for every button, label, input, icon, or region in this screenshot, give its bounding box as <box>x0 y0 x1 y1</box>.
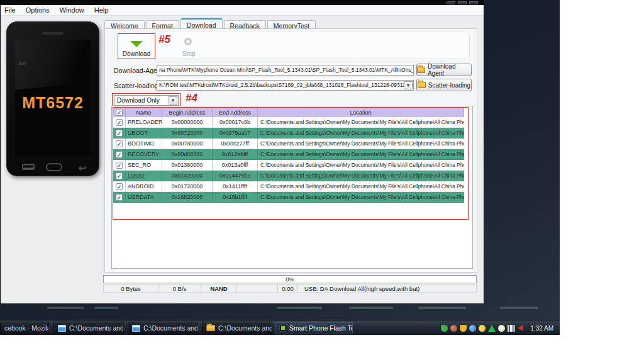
phone-chipset-label: MT6572 <box>15 94 91 112</box>
row-checkbox[interactable]: ✓ <box>116 140 123 147</box>
scatter-browse-label: Scatter-loading <box>428 82 470 89</box>
column-header-name[interactable]: Name <box>126 108 162 117</box>
row-checkbox-cell: ✓ <box>113 192 126 202</box>
partition-table-header: ✓ Name Begin Address End Address Locatio… <box>113 108 464 117</box>
table-row-preloader[interactable]: ✓PRELOADER0x000000000x00017c6bC:\Documen… <box>113 117 464 128</box>
table-row-android[interactable]: ✓ANDROID0x017200000x1411ffffC:\Documents… <box>113 181 464 192</box>
menu-window[interactable]: Window <box>60 6 84 14</box>
row-checkbox[interactable]: ✓ <box>116 194 123 201</box>
download-agent-browse-button[interactable]: Download Agent <box>416 64 472 76</box>
select-all-cell: ✓ <box>113 108 126 117</box>
cell-name: ANDROID <box>126 181 162 191</box>
background-window-artifact <box>500 307 538 309</box>
row-checkbox-cell: ✓ <box>113 160 126 170</box>
maximize-button[interactable] <box>458 1 467 4</box>
scatter-browse-button[interactable]: Scatter-loading <box>416 79 472 91</box>
phone-back-key-icon: ↩ <box>78 162 86 174</box>
status-cell-2: NAND <box>201 285 237 292</box>
cell-name: USRDATA <box>126 192 162 202</box>
row-checkbox[interactable]: ✓ <box>116 173 123 179</box>
cell-end-address: 0x00c277ff <box>213 139 258 149</box>
row-checkbox-cell: ✓ <box>113 171 126 181</box>
download-button[interactable]: Download <box>119 35 153 58</box>
stop-button[interactable]: Stop <box>176 35 201 58</box>
download-mode-dropdown[interactable]: Download Only ▼ <box>114 95 179 106</box>
taskbar-item-1[interactable]: C:\Documents and Se... <box>53 322 124 334</box>
close-button[interactable] <box>469 1 478 4</box>
taskbar-item-2[interactable]: C:\Documents and Se... <box>128 322 198 334</box>
taskbar-item-label: C:\Documents and Se... <box>218 324 272 332</box>
tray-network-icon[interactable] <box>508 325 515 332</box>
scatter-file-combobox[interactable]: K:\ROM test\MTKdroid\MTKdroid_2.5.2b\bac… <box>157 80 414 91</box>
cell-end-address: 0x0075aab7 <box>213 128 258 138</box>
cell-end-address: 0x18b1ffff <box>213 192 258 202</box>
cell-begin-address: 0x01720000 <box>162 181 213 191</box>
row-checkbox[interactable]: ✓ <box>116 119 123 126</box>
status-cell-5: USB: DA Download All(high speed,with bat… <box>298 285 476 292</box>
stop-button-label: Stop <box>176 50 201 57</box>
cell-name: LOGO <box>126 171 162 181</box>
download-agent-input[interactable]: na Phone\MTK\Myphone Ocean Mini\SP_Flash… <box>157 65 414 76</box>
tray-green-triangle-icon[interactable] <box>488 325 496 332</box>
tray-red-speaker-icon[interactable] <box>518 325 523 331</box>
cell-end-address: 0x00017c6b <box>213 117 258 127</box>
cell-name: SEC_RO <box>126 160 162 170</box>
status-cell-0: 0 Bytes <box>104 285 158 292</box>
cell-begin-address: 0x16820000 <box>162 192 213 202</box>
cell-location: C:\Documents and Settings\Owner\My Docum… <box>258 192 464 202</box>
background-window-artifact <box>277 307 322 309</box>
table-row-bootimg[interactable]: ✓BOOTIMG0x007800000x00c277ffC:\Documents… <box>113 139 464 149</box>
table-row-usrdata[interactable]: ✓USRDATA0x168200000x18b1ffffC:\Documents… <box>113 192 464 203</box>
phone-menu-key-icon <box>22 164 35 170</box>
download-button-label: Download <box>119 50 153 57</box>
column-header-begin[interactable]: Begin Address <box>162 108 213 117</box>
cell-end-address: 0x014479b3 <box>213 171 258 181</box>
cell-location: C:\Documents and Settings\Owner\My Docum… <box>258 139 464 149</box>
window-icon <box>132 325 140 332</box>
cell-begin-address: 0x01380000 <box>162 160 213 170</box>
toolbar: Download #5 Stop <box>114 33 470 59</box>
tray-red-ball-icon[interactable] <box>450 325 457 332</box>
menu-help[interactable]: Help <box>94 6 109 14</box>
tray-gold-shield-icon[interactable] <box>460 325 467 332</box>
folder-icon <box>206 325 215 331</box>
cell-begin-address: 0x01420000 <box>162 171 213 181</box>
row-checkbox[interactable]: ✓ <box>116 162 123 169</box>
table-row-logo[interactable]: ✓LOGO0x014200000x014479b3C:\Documents an… <box>113 171 464 181</box>
phone-preview: BM MT6572 ↩ <box>6 21 99 176</box>
table-row-recovery[interactable]: ✓RECOVERY0x00d800000x012b9fffC:\Document… <box>113 149 464 160</box>
row-checkbox[interactable]: ✓ <box>116 151 123 158</box>
tray-yellow-smiley-icon[interactable] <box>479 325 486 332</box>
chevron-down-icon[interactable]: ▼ <box>169 96 177 105</box>
column-header-location[interactable]: Location <box>258 108 464 117</box>
taskbar-item-4[interactable]: Smart Phone Flash To... <box>275 322 353 334</box>
table-row-uboot[interactable]: ✓UBOOT0x007200000x0075aab7C:\Documents a… <box>113 128 464 139</box>
row-checkbox[interactable]: ✓ <box>116 183 123 190</box>
select-all-checkbox[interactable]: ✓ <box>116 109 123 116</box>
partition-table-body: ✓PRELOADER0x000000000x00017c6bC:\Documen… <box>113 117 464 203</box>
table-row-sec_ro[interactable]: ✓SEC_RO0x013800000x013a0fffC:\Documents … <box>113 160 464 171</box>
chevron-down-icon[interactable]: ▼ <box>404 81 413 89</box>
column-header-end[interactable]: End Address <box>213 108 258 117</box>
tray-green-utility-icon[interactable] <box>441 325 448 332</box>
taskbar-item-0[interactable]: cebook - Mozila... <box>0 322 49 334</box>
stop-icon <box>184 38 192 45</box>
taskbar-clock: 1:32 AM <box>530 320 553 336</box>
cell-begin-address: 0x00780000 <box>162 139 213 149</box>
tray-pale-ball-icon[interactable] <box>498 325 505 332</box>
annotation-step-4: #4 <box>186 92 197 105</box>
tray-blue-globe-icon[interactable] <box>469 325 476 332</box>
row-checkbox[interactable]: ✓ <box>116 130 123 137</box>
download-arrow-icon <box>130 41 143 47</box>
cell-begin-address: 0x00d80000 <box>162 149 213 159</box>
phone-home-key-icon <box>46 163 62 171</box>
taskbar-item-3[interactable]: C:\Documents and Se... <box>202 322 272 334</box>
menu-file[interactable]: File <box>4 6 16 14</box>
row-checkbox-cell: ✓ <box>113 181 126 191</box>
title-bar <box>1 1 484 5</box>
menu-options[interactable]: Options <box>26 6 50 14</box>
minimize-button[interactable] <box>447 1 455 4</box>
cell-end-address: 0x013a0fff <box>213 160 258 170</box>
annotation-step-5: #5 <box>158 33 170 46</box>
row-checkbox-cell: ✓ <box>113 149 126 159</box>
